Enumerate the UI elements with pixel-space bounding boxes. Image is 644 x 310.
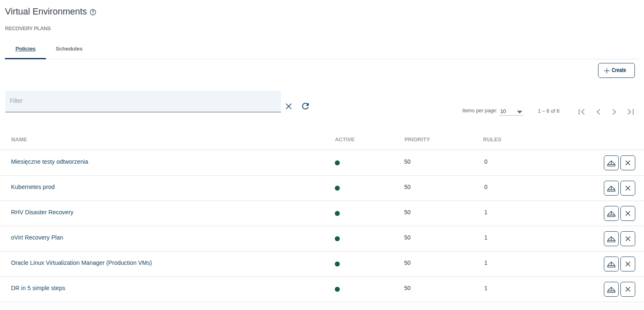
svg-text:?: ? bbox=[91, 10, 94, 15]
